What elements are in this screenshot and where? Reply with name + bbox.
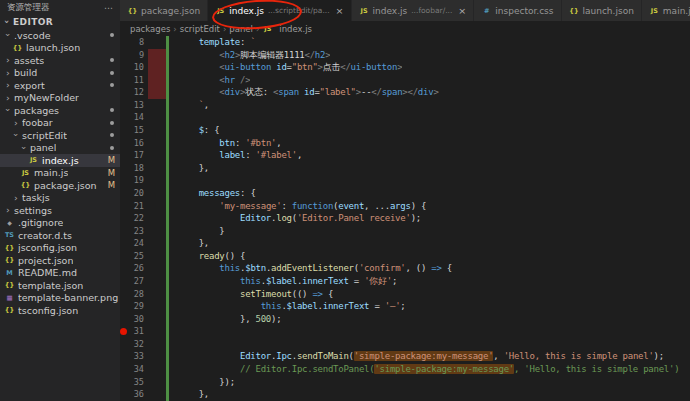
line-number[interactable]: 35 <box>120 376 148 389</box>
tree-file-jsconfig.json[interactable]: {}jsconfig.json <box>0 242 120 255</box>
tree-file-.gitignore[interactable]: ◆.gitignore <box>0 217 120 230</box>
line-number[interactable]: 12 <box>120 86 148 99</box>
line-number[interactable]: 26 <box>120 262 148 275</box>
chevron-right-icon: › <box>4 94 12 102</box>
tree-file-index.js[interactable]: JSindex.jsM <box>0 154 120 167</box>
line-number[interactable]: 33 <box>120 350 148 363</box>
code-text: label: '#label', <box>169 149 302 162</box>
line-number[interactable]: 29 <box>120 300 148 313</box>
json-file-icon: {} <box>4 306 15 314</box>
tree-file-template.json[interactable]: {}template.json <box>0 279 120 292</box>
line-number[interactable]: 34 <box>120 363 148 376</box>
tab-launch.json[interactable]: {}launch.json <box>562 0 642 21</box>
line-number[interactable]: 17 <box>120 149 148 162</box>
line-number[interactable]: 21 <box>120 200 148 213</box>
js-file-icon: JS <box>649 7 660 15</box>
tree-folder-taskjs[interactable]: ›taskjs <box>0 192 120 205</box>
line-number[interactable]: 14 <box>120 111 148 124</box>
breadcrumb-item-packages[interactable]: packages <box>130 24 170 34</box>
tab-inspector.css[interactable]: #inspector.css <box>474 0 561 21</box>
js-file-icon: JS <box>215 7 226 15</box>
chevron-down-icon: › <box>4 106 12 114</box>
gutter-decoration <box>148 250 166 263</box>
code-text <box>169 111 178 124</box>
line-number[interactable]: 30 <box>120 313 148 326</box>
line-number[interactable]: 28 <box>120 288 148 301</box>
tab-index.js[interactable]: JSindex.js...foobar/...× <box>352 0 475 21</box>
tree-file-launch.json[interactable]: {}launch.json <box>0 42 120 55</box>
item-label: assets <box>14 55 44 66</box>
tree-file-creator.d.ts[interactable]: TScreator.d.ts <box>0 229 120 242</box>
line-number[interactable]: 32 <box>120 338 148 351</box>
tree-file-template-banner.png[interactable]: ▦template-banner.png <box>0 292 120 305</box>
tab-path: ...foobar/... <box>411 6 452 15</box>
gutter-decoration <box>148 124 166 137</box>
line-number[interactable]: 23 <box>120 225 148 238</box>
git-modified-badge: M <box>108 180 115 190</box>
gutter-decoration <box>148 174 166 187</box>
code-text: } <box>169 225 225 238</box>
item-label: index.js <box>42 155 79 166</box>
breadcrumb-item-index.js[interactable]: index.js <box>279 24 312 34</box>
line-number[interactable]: 9 <box>120 49 148 62</box>
line-number[interactable]: 11 <box>120 74 148 87</box>
more-actions-icon[interactable]: ⋯ <box>104 3 113 13</box>
code-text: this.$label.innerText = '—'; <box>169 300 405 313</box>
line-number[interactable]: 36 <box>120 388 148 401</box>
tree-file-README.md[interactable]: MREADME.md <box>0 267 120 280</box>
line-number[interactable]: 19 <box>120 174 148 187</box>
tree-file-main.js[interactable]: JSmain.jsM <box>0 167 120 180</box>
gutter-decoration <box>148 149 166 162</box>
line-number[interactable]: 8 <box>120 36 148 49</box>
tree-file-package.json[interactable]: {}package.jsonM <box>0 179 120 192</box>
tree-folder-packages[interactable]: ›packages <box>0 104 120 117</box>
close-icon[interactable]: × <box>336 6 344 15</box>
tree-folder-export[interactable]: ›export <box>0 79 120 92</box>
tree-folder-panel[interactable]: ›panel <box>0 142 120 155</box>
chevron-right-icon: › <box>4 56 12 64</box>
line-number[interactable]: 16 <box>120 137 148 150</box>
line-number[interactable]: 25 <box>120 250 148 263</box>
tab-index.js[interactable]: JSindex.js...scriptEdit/pa...× <box>208 0 351 21</box>
line-number[interactable]: 22 <box>120 212 148 225</box>
item-label: export <box>14 80 45 91</box>
close-icon[interactable]: × <box>458 6 466 15</box>
tree-folder-settings[interactable]: ›settings <box>0 204 120 217</box>
git-deleted-indicator <box>148 74 166 87</box>
tree-folder-build[interactable]: ›build <box>0 67 120 80</box>
line-number[interactable]: 24 <box>120 237 148 250</box>
tab-main.js[interactable]: JSmain.js <box>642 0 690 21</box>
js-file-icon: JS <box>20 169 31 177</box>
breadcrumb-item-scriptEdit[interactable]: scriptEdit <box>180 24 220 34</box>
section-editor[interactable]: › EDITOR <box>0 15 120 29</box>
breakpoint-icon[interactable] <box>120 328 127 335</box>
tree-file-tsconfig.json[interactable]: {}tsconfig.json <box>0 304 120 317</box>
code-line: 14 <box>120 111 690 124</box>
tab-path: ...scriptEdit/pa... <box>268 6 330 15</box>
tree-file-project.json[interactable]: {}project.json <box>0 254 120 267</box>
json-file-icon: {} <box>12 44 23 52</box>
gutter-decoration <box>148 300 166 313</box>
tree-folder-assets[interactable]: ›assets <box>0 54 120 67</box>
chevron-right-icon: › <box>4 69 12 77</box>
item-label: settings <box>14 205 52 216</box>
line-number[interactable]: 31 <box>120 325 148 338</box>
breadcrumb-item-panel[interactable]: panel <box>229 24 253 34</box>
code-line: 17 label: '#label', <box>120 149 690 162</box>
tree-folder-scriptEdit[interactable]: ›scriptEdit <box>0 129 120 142</box>
line-number[interactable]: 10 <box>120 61 148 74</box>
line-number[interactable]: 18 <box>120 162 148 175</box>
chevron-down-icon: › <box>4 31 12 39</box>
tab-package.json[interactable]: {}package.json <box>120 0 208 21</box>
code-editor[interactable]: 8 template: `9 <h2>脚本编辑器1111</h2>10 <ui-… <box>120 36 690 401</box>
tree-folder-foobar[interactable]: ›foobar <box>0 117 120 130</box>
line-number[interactable]: 15 <box>120 124 148 137</box>
chevron-right-icon: › <box>4 81 12 89</box>
line-number[interactable]: 20 <box>120 187 148 200</box>
gutter-decoration <box>148 212 166 225</box>
tree-folder-.vscode[interactable]: ›.vscode <box>0 29 120 42</box>
tree-folder-myNewFolder[interactable]: ›myNewFolder <box>0 92 120 105</box>
breadcrumb: packages›scriptEdit›panel›JSindex.js <box>120 21 690 36</box>
line-number[interactable]: 27 <box>120 275 148 288</box>
line-number[interactable]: 13 <box>120 99 148 112</box>
